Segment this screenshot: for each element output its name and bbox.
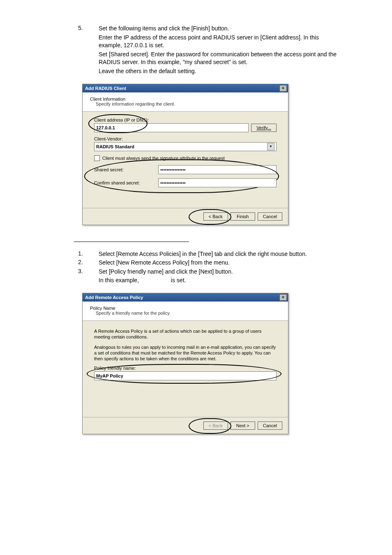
chevron-down-icon: ▼: [267, 143, 274, 150]
policy-description-2: Analogous to rules you can apply to inco…: [94, 344, 277, 362]
verify-button[interactable]: Verify...: [251, 124, 277, 132]
client-address-label: Client address (IP or DNS):: [94, 117, 277, 122]
step-number: 1.: [78, 250, 99, 258]
step-text: Set [Shared secret]. Enter the password …: [99, 51, 343, 67]
cancel-button[interactable]: Cancel: [258, 212, 282, 221]
step-number: 5.: [78, 25, 99, 33]
header-subtitle: Specify a friendly name for the policy.: [96, 311, 281, 315]
finish-button[interactable]: Finish: [231, 212, 255, 221]
step-text: Select [New Remote Access Policy] from t…: [99, 259, 343, 267]
step-text: Select [Remote Access Policies] in the […: [99, 250, 343, 258]
confirm-secret-input[interactable]: [158, 178, 277, 187]
header-subtitle: Specify information regarding the client…: [96, 101, 281, 106]
header-title: Client Information: [90, 97, 281, 101]
confirm-secret-label: Confirm shared secret:: [94, 180, 156, 185]
step-number: 2.: [78, 259, 99, 267]
header-title: Policy Name: [90, 306, 281, 311]
close-icon[interactable]: ×: [279, 294, 287, 301]
shared-secret-label: Shared secret:: [94, 167, 156, 172]
close-icon[interactable]: ×: [279, 85, 287, 92]
client-vendor-label: Client-Vendor:: [94, 136, 277, 141]
client-vendor-select[interactable]: RADIUS Standard ▼: [94, 142, 277, 151]
shared-secret-input[interactable]: [158, 165, 277, 174]
step-text: Leave the others in the default setting.: [99, 67, 343, 76]
policy-description-1: A Remote Access Policy is a set of actio…: [94, 328, 277, 340]
dialog-title: Add Remote Access Policy: [85, 295, 143, 300]
back-button[interactable]: < Back: [203, 212, 228, 221]
step-text: Set [Policy friendly name] and click the…: [99, 268, 343, 276]
policy-name-label: Policy friendly name:: [94, 366, 277, 371]
dialog-title: Add RADIUS Client: [85, 86, 126, 91]
step-number: 3.: [78, 268, 99, 276]
next-button[interactable]: Next >: [231, 421, 255, 430]
step-text: In this example, is set.: [99, 276, 343, 285]
back-button: < Back: [203, 421, 228, 430]
step-text: Set the following items and click the [F…: [99, 25, 343, 33]
signature-checkbox[interactable]: [94, 155, 100, 161]
step-text: Enter the IP address of the access point…: [99, 34, 343, 50]
add-radius-client-dialog: Add RADIUS Client × Client Information S…: [82, 84, 288, 225]
add-remote-access-policy-dialog: Add Remote Access Policy × Policy Name S…: [82, 293, 288, 434]
client-address-input[interactable]: [94, 123, 249, 132]
policy-name-input[interactable]: [94, 371, 277, 380]
section-divider: [74, 242, 189, 242]
signature-checkbox-label: Client must always send the signature at…: [102, 156, 225, 161]
cancel-button[interactable]: Cancel: [258, 421, 282, 430]
